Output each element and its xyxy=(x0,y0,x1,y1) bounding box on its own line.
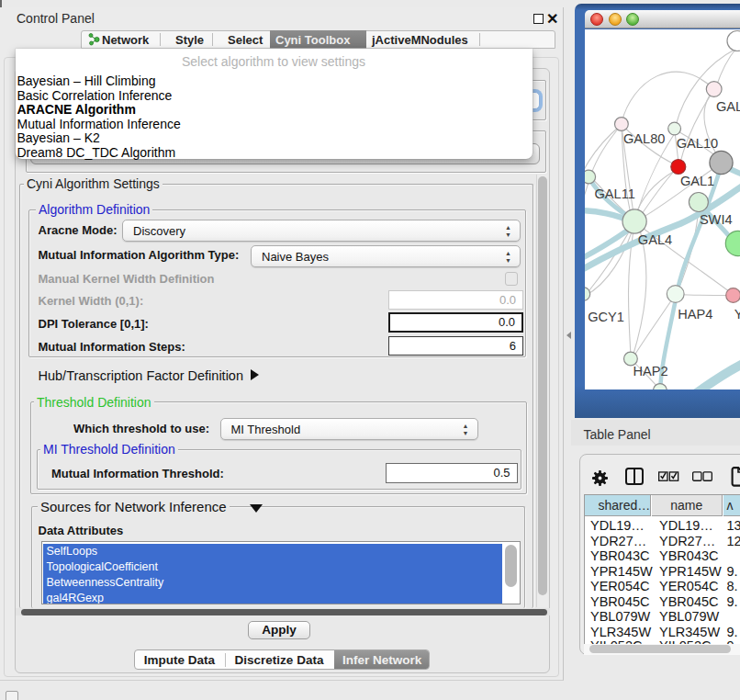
svg-text:GAL1: GAL1 xyxy=(680,173,714,187)
svg-text:Y: Y xyxy=(734,306,740,321)
svg-text:GAL7: GAL7 xyxy=(716,99,740,114)
svg-text:GAL10: GAL10 xyxy=(677,136,718,151)
svg-text:GAL80: GAL80 xyxy=(623,130,665,145)
svg-text:SWI4: SWI4 xyxy=(700,211,733,226)
svg-text:HAP4: HAP4 xyxy=(678,307,712,322)
svg-text:GAL4: GAL4 xyxy=(638,232,672,247)
svg-text:HAP2: HAP2 xyxy=(633,364,668,378)
svg-text:GAL11: GAL11 xyxy=(595,186,635,201)
svg-text:GCY1: GCY1 xyxy=(588,310,624,324)
